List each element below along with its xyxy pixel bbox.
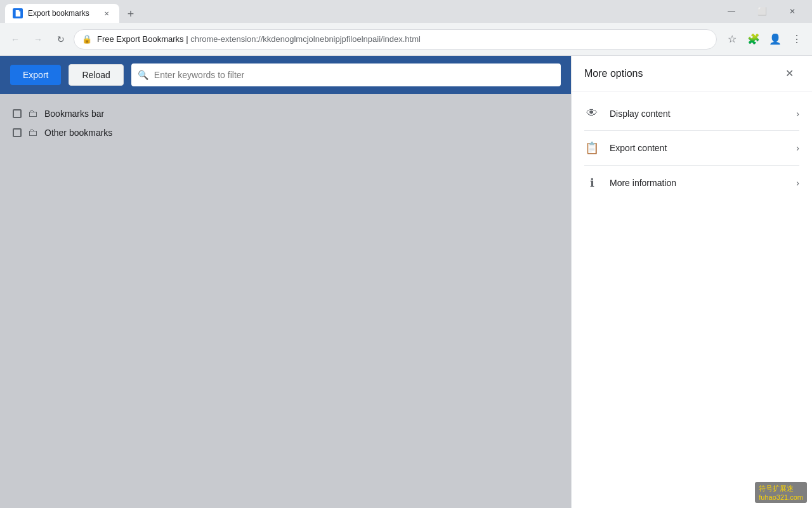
reload-button[interactable]: ↻: [51, 29, 71, 50]
folder-icon-other: 🗀: [28, 127, 38, 138]
lock-icon: 🔒: [82, 34, 92, 44]
maximize-button[interactable]: ⬜: [747, 1, 776, 22]
watermark-text: 符号扩展迷: [759, 485, 794, 492]
watermark-sub: fuhao321.com: [759, 493, 803, 501]
search-input[interactable]: [131, 64, 561, 86]
address-input[interactable]: 🔒 Free Export Bookmarks | chrome-extensi…: [74, 29, 717, 50]
bookmark-bar-label: Bookmarks bar: [44, 109, 104, 119]
export-content-chevron: ›: [796, 143, 799, 153]
bookmark-item-other: 🗀 Other bookmarks: [10, 123, 561, 142]
extension-toolbar: Export Reload 🔍: [0, 56, 571, 94]
toolbar-actions: ☆ 🧩 👤 ⋮: [722, 29, 807, 50]
display-content-label: Display content: [610, 109, 786, 119]
tab-strip: Export bookmarks ✕ +: [5, 0, 717, 23]
address-bar: ← → ↻ 🔒 Free Export Bookmarks | chrome-e…: [0, 23, 812, 56]
address-separator: |: [184, 34, 191, 44]
export-content-label: Export content: [610, 143, 786, 153]
profile-button[interactable]: 👤: [765, 29, 785, 50]
title-bar: Export bookmarks ✕ + — ⬜ ✕: [0, 0, 812, 23]
star-button[interactable]: ☆: [722, 29, 742, 50]
info-icon: ℹ: [584, 176, 599, 190]
address-url: chrome-extension://kkdenoglmcjolnebnipjp…: [190, 34, 421, 44]
close-button[interactable]: ✕: [778, 1, 807, 22]
menu-button[interactable]: ⋮: [787, 29, 807, 50]
window-controls: — ⬜ ✕: [717, 1, 807, 22]
window-frame: Export bookmarks ✕ + — ⬜ ✕ ← → ↻ 🔒 Free …: [0, 0, 812, 508]
main-area: Export Reload 🔍 🗀 Bookmarks bar 🗀 Other …: [0, 56, 812, 508]
new-tab-button[interactable]: +: [122, 5, 140, 23]
more-info-label: More information: [610, 178, 786, 188]
forward-button[interactable]: →: [28, 29, 48, 50]
tab-title: Export bookmarks: [28, 9, 96, 18]
tab-favicon: [13, 8, 23, 18]
active-tab[interactable]: Export bookmarks ✕: [5, 4, 119, 23]
tab-close-button[interactable]: ✕: [102, 8, 112, 18]
side-panel-header: More options ✕: [572, 56, 812, 91]
extension-panel: Export Reload 🔍 🗀 Bookmarks bar 🗀 Other …: [0, 56, 571, 508]
extensions-button[interactable]: 🧩: [743, 29, 764, 50]
address-text: Free Export Bookmarks | chrome-extension…: [97, 34, 709, 44]
bookmark-item-bar: 🗀 Bookmarks bar: [10, 104, 561, 123]
back-button[interactable]: ←: [5, 29, 25, 50]
more-info-chevron: ›: [796, 178, 799, 188]
folder-icon: 🗀: [28, 108, 38, 119]
bookmark-other-checkbox[interactable]: [13, 128, 22, 137]
watermark: 符号扩展迷 fuhao321.com: [755, 482, 807, 503]
side-panel-close-button[interactable]: ✕: [779, 64, 799, 84]
option-export-content[interactable]: 📋 Export content ›: [572, 131, 812, 165]
eye-icon: 👁: [584, 107, 599, 120]
option-display-content[interactable]: 👁 Display content ›: [572, 97, 812, 130]
bookmark-bar-checkbox[interactable]: [13, 109, 22, 118]
bookmarks-list: 🗀 Bookmarks bar 🗀 Other bookmarks: [0, 94, 571, 152]
display-content-chevron: ›: [796, 109, 799, 119]
side-panel-title: More options: [584, 68, 779, 79]
option-more-info[interactable]: ℹ More information ›: [572, 166, 812, 200]
reload-button[interactable]: Reload: [69, 64, 123, 86]
site-name: Free Export Bookmarks: [97, 34, 184, 44]
options-list: 👁 Display content › 📋 Export content › ℹ…: [572, 91, 812, 205]
export-icon: 📋: [584, 141, 599, 155]
minimize-button[interactable]: —: [717, 1, 746, 22]
side-panel: More options ✕ 👁 Display content › 📋 Exp…: [571, 56, 812, 508]
bookmark-other-label: Other bookmarks: [44, 128, 112, 138]
search-wrapper: 🔍: [131, 64, 561, 86]
export-button[interactable]: Export: [10, 65, 61, 85]
